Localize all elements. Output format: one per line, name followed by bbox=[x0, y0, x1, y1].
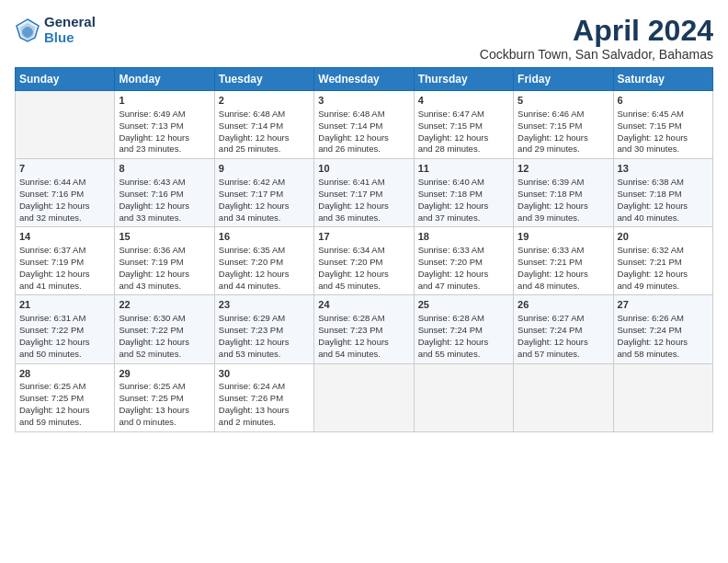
day-info-line: Sunrise: 6:47 AM bbox=[418, 109, 509, 121]
day-number: 20 bbox=[618, 230, 709, 244]
day-number: 21 bbox=[19, 298, 110, 312]
day-info-line: Sunset: 7:15 PM bbox=[618, 121, 709, 132]
day-info-line: Sunset: 7:23 PM bbox=[318, 325, 409, 337]
day-info-line: Daylight: 12 hours bbox=[219, 269, 310, 281]
week-row-1: 1Sunrise: 6:49 AMSunset: 7:13 PMDaylight… bbox=[16, 91, 713, 159]
calendar-cell: 2Sunrise: 6:48 AMSunset: 7:14 PMDaylight… bbox=[214, 91, 313, 159]
day-number: 8 bbox=[119, 162, 210, 176]
day-info-line: and 59 minutes. bbox=[19, 417, 110, 429]
day-info-line: Sunset: 7:14 PM bbox=[219, 121, 310, 132]
day-info-line: Sunset: 7:18 PM bbox=[518, 189, 609, 201]
day-info-line: Daylight: 12 hours bbox=[518, 132, 609, 144]
day-info-line: Sunset: 7:24 PM bbox=[418, 325, 509, 337]
day-info-line: Sunset: 7:25 PM bbox=[119, 393, 210, 405]
day-info-line: Sunset: 7:20 PM bbox=[219, 257, 310, 269]
day-info-line: Sunrise: 6:36 AM bbox=[119, 245, 210, 257]
day-number: 10 bbox=[318, 162, 409, 176]
day-number: 24 bbox=[318, 298, 409, 312]
day-info-line: Daylight: 12 hours bbox=[318, 337, 409, 349]
col-header-monday: Monday bbox=[115, 68, 214, 91]
calendar-cell: 26Sunrise: 6:27 AMSunset: 7:24 PMDayligh… bbox=[514, 295, 613, 363]
col-header-wednesday: Wednesday bbox=[314, 68, 414, 91]
day-info-line: and 39 minutes. bbox=[518, 213, 609, 224]
day-info-line: Sunrise: 6:31 AM bbox=[19, 313, 110, 325]
day-info-line: Daylight: 12 hours bbox=[318, 269, 409, 281]
calendar-cell: 29Sunrise: 6:25 AMSunset: 7:25 PMDayligh… bbox=[115, 363, 214, 431]
day-info-line: and 49 minutes. bbox=[618, 281, 709, 293]
calendar-cell bbox=[16, 91, 115, 159]
day-info-line: Sunrise: 6:30 AM bbox=[119, 313, 210, 325]
day-info-line: Sunset: 7:17 PM bbox=[318, 189, 409, 201]
calendar-cell: 7Sunrise: 6:44 AMSunset: 7:16 PMDaylight… bbox=[16, 159, 115, 227]
day-info-line: Daylight: 12 hours bbox=[618, 337, 709, 349]
day-info-line: and 2 minutes. bbox=[219, 417, 310, 429]
calendar-cell: 16Sunrise: 6:35 AMSunset: 7:20 PMDayligh… bbox=[214, 227, 313, 295]
day-number: 9 bbox=[219, 162, 310, 176]
day-info-line: Sunset: 7:19 PM bbox=[19, 257, 110, 269]
day-info-line: Daylight: 12 hours bbox=[418, 269, 509, 281]
month-title: April 2024 bbox=[480, 15, 713, 47]
day-info-line: Sunset: 7:15 PM bbox=[418, 121, 509, 132]
week-row-3: 14Sunrise: 6:37 AMSunset: 7:19 PMDayligh… bbox=[16, 227, 713, 295]
day-number: 1 bbox=[119, 94, 210, 108]
day-info-line: and 41 minutes. bbox=[19, 281, 110, 293]
day-info-line: Daylight: 12 hours bbox=[518, 201, 609, 213]
day-info-line: Daylight: 12 hours bbox=[618, 132, 709, 144]
day-info-line: Daylight: 12 hours bbox=[418, 337, 509, 349]
calendar-cell bbox=[514, 363, 613, 431]
day-info-line: Sunrise: 6:38 AM bbox=[618, 177, 709, 189]
day-number: 17 bbox=[318, 230, 409, 244]
calendar-cell: 23Sunrise: 6:29 AMSunset: 7:23 PMDayligh… bbox=[214, 295, 313, 363]
calendar-cell bbox=[314, 363, 414, 431]
day-info-line: Sunrise: 6:28 AM bbox=[418, 313, 509, 325]
logo-text: General Blue bbox=[44, 15, 96, 45]
col-header-friday: Friday bbox=[514, 68, 613, 91]
day-number: 3 bbox=[318, 94, 409, 108]
day-number: 22 bbox=[119, 298, 210, 312]
calendar-cell: 10Sunrise: 6:41 AMSunset: 7:17 PMDayligh… bbox=[314, 159, 414, 227]
day-info-line: Daylight: 12 hours bbox=[219, 132, 310, 144]
day-info-line: Sunset: 7:22 PM bbox=[19, 325, 110, 337]
day-info-line: and 55 minutes. bbox=[418, 349, 509, 361]
day-info-line: Sunrise: 6:49 AM bbox=[119, 109, 210, 121]
calendar-cell: 30Sunrise: 6:24 AMSunset: 7:26 PMDayligh… bbox=[214, 363, 313, 431]
day-info-line: Sunrise: 6:44 AM bbox=[19, 177, 110, 189]
day-info-line: Daylight: 12 hours bbox=[418, 132, 509, 144]
header: General Blue April 2024 Cockburn Town, S… bbox=[15, 15, 713, 62]
day-number: 13 bbox=[618, 162, 709, 176]
day-number: 15 bbox=[119, 230, 210, 244]
day-info-line: Sunset: 7:14 PM bbox=[318, 121, 409, 132]
day-info-line: Sunset: 7:25 PM bbox=[19, 393, 110, 405]
col-header-thursday: Thursday bbox=[414, 68, 513, 91]
day-info-line: and 57 minutes. bbox=[518, 349, 609, 361]
day-info-line: Sunset: 7:24 PM bbox=[618, 325, 709, 337]
day-number: 30 bbox=[219, 367, 310, 381]
day-info-line: and 50 minutes. bbox=[19, 349, 110, 361]
day-info-line: and 44 minutes. bbox=[219, 281, 310, 293]
calendar-cell: 11Sunrise: 6:40 AMSunset: 7:18 PMDayligh… bbox=[414, 159, 513, 227]
day-info-line: Sunrise: 6:32 AM bbox=[618, 245, 709, 257]
logo-blue: Blue bbox=[44, 30, 96, 46]
day-info-line: Daylight: 12 hours bbox=[618, 269, 709, 281]
day-info-line: Sunset: 7:16 PM bbox=[119, 189, 210, 201]
day-info-line: Sunrise: 6:46 AM bbox=[518, 109, 609, 121]
day-number: 23 bbox=[219, 298, 310, 312]
calendar-cell: 8Sunrise: 6:43 AMSunset: 7:16 PMDaylight… bbox=[115, 159, 214, 227]
day-info-line: and 40 minutes. bbox=[618, 213, 709, 224]
day-info-line: Sunset: 7:23 PM bbox=[219, 325, 310, 337]
day-info-line: Sunrise: 6:34 AM bbox=[318, 245, 409, 257]
day-info-line: Sunrise: 6:40 AM bbox=[418, 177, 509, 189]
calendar-cell bbox=[414, 363, 513, 431]
day-number: 7 bbox=[19, 162, 110, 176]
day-number: 18 bbox=[418, 230, 509, 244]
day-info-line: and 37 minutes. bbox=[418, 213, 509, 224]
day-number: 19 bbox=[518, 230, 609, 244]
calendar-header-row: SundayMondayTuesdayWednesdayThursdayFrid… bbox=[16, 68, 713, 91]
day-info-line: Sunset: 7:21 PM bbox=[618, 257, 709, 269]
day-info-line: Daylight: 12 hours bbox=[219, 337, 310, 349]
day-info-line: Daylight: 13 hours bbox=[119, 405, 210, 417]
logo-icon bbox=[15, 17, 40, 43]
col-header-saturday: Saturday bbox=[613, 68, 712, 91]
day-info-line: Sunrise: 6:48 AM bbox=[318, 109, 409, 121]
week-row-4: 21Sunrise: 6:31 AMSunset: 7:22 PMDayligh… bbox=[16, 295, 713, 363]
